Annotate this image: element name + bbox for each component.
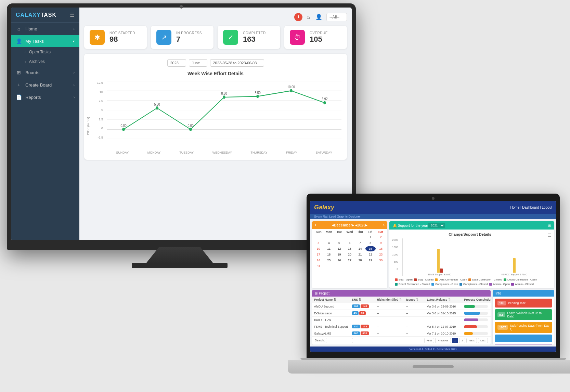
- bar-group-eims: [437, 245, 443, 273]
- cal-day-29[interactable]: 29: [365, 258, 375, 263]
- row-empty: [371, 330, 375, 337]
- support-grid-icon[interactable]: ⊞: [548, 224, 551, 227]
- bar-label-ksrdc: KSRDC-Support & AMC: [502, 273, 527, 276]
- top-bar: 1 ⌂ 👤 --All--: [84, 12, 347, 22]
- x-fri: FRIDAY: [286, 151, 297, 154]
- progress-fill: [464, 318, 478, 321]
- sidebar-item-archives[interactable]: Archives: [11, 57, 79, 66]
- cal-day-30[interactable]: 30: [376, 258, 386, 263]
- row-empty3: [458, 330, 462, 337]
- cal-day-13[interactable]: 13: [345, 246, 354, 251]
- cal-prev[interactable]: ‹: [315, 223, 316, 227]
- legend-label-complaints-closed: Complaints - Closed: [463, 283, 488, 286]
- x-sun: SUNDAY: [116, 151, 129, 154]
- cal-day-7[interactable]: 7: [355, 240, 365, 246]
- sidebar-item-create-board[interactable]: + Create Board ›: [11, 79, 79, 91]
- notification-count: 1: [298, 15, 300, 19]
- cal-day-25[interactable]: 25: [324, 258, 334, 263]
- cal-day-27[interactable]: 27: [345, 258, 354, 263]
- range-select[interactable]: 2023-05-28 to 2023-06-03: [210, 59, 264, 67]
- info-card-task-days: 1867 Task Pending Days (From Day 1): [495, 322, 552, 333]
- cal-day-2[interactable]: 2: [376, 234, 386, 240]
- cal-day-17[interactable]: 17: [313, 252, 323, 257]
- x-tue: TUESDAY: [179, 151, 194, 154]
- project-table: Project Name ⇅ SRS ⇅ Risks Identified ⇅ …: [312, 297, 491, 336]
- search-input[interactable]: [326, 338, 353, 343]
- cal-day-5[interactable]: 5: [334, 240, 344, 246]
- cal-day-28[interactable]: 28: [355, 258, 365, 263]
- cal-next[interactable]: ›: [383, 223, 385, 227]
- cal-day-empty: [355, 234, 365, 240]
- year-select[interactable]: 2023: [167, 59, 186, 67]
- hamburger-icon[interactable]: ☰: [70, 12, 75, 18]
- badge-srs-b: 65: [359, 311, 366, 315]
- stat-card-not-started: ✱ NOT STARTED 98: [84, 26, 147, 49]
- row-progress: [462, 303, 491, 310]
- laptop-camera: [432, 197, 435, 200]
- leave-badge: 8.5: [497, 312, 505, 317]
- boards-arrow: ›: [74, 71, 75, 75]
- sidebar-item-reports[interactable]: 📄 Reports ›: [11, 91, 79, 103]
- overdue-info: OVERDUE 105: [310, 31, 341, 44]
- legend-dc-open: Data Correction - Open: [435, 278, 467, 281]
- row-empty2: [421, 303, 425, 310]
- row-empty2: [421, 323, 425, 330]
- all-filter-select[interactable]: --All--: [326, 13, 347, 21]
- cal-day-31[interactable]: 31: [313, 263, 323, 269]
- sidebar-item-home[interactable]: ⌂ Home ›: [11, 23, 79, 35]
- page-last-btn[interactable]: Last: [478, 338, 488, 343]
- completed-icon: ✓: [223, 30, 238, 45]
- row-progress: [462, 310, 491, 317]
- support-menu-icon[interactable]: ☰: [548, 233, 552, 238]
- cal-day-1[interactable]: 1: [365, 234, 375, 240]
- bar-eims-2: [440, 269, 443, 273]
- y-label-0: 0: [101, 127, 103, 130]
- cal-day-4[interactable]: 4: [324, 240, 334, 246]
- progress-fill: [464, 312, 480, 315]
- cal-day-22[interactable]: 22: [365, 252, 375, 257]
- cal-day-26[interactable]: 26: [334, 258, 344, 263]
- page-prev-btn[interactable]: Previous: [435, 338, 451, 343]
- legend-label-admin-open: Admin - Open: [493, 283, 510, 286]
- svg-text:8.30: 8.30: [221, 91, 227, 95]
- notification-button[interactable]: 1: [294, 13, 302, 21]
- page-2-btn[interactable]: 2: [459, 338, 465, 343]
- progress-bar: [464, 325, 488, 328]
- page-next-btn[interactable]: Next: [466, 338, 477, 343]
- cal-day-8[interactable]: 8: [365, 240, 375, 246]
- cal-day-3[interactable]: 3: [313, 240, 323, 246]
- cal-day-20[interactable]: 20: [345, 252, 354, 257]
- page-1-btn[interactable]: 1: [452, 338, 458, 343]
- cal-day-6[interactable]: 6: [345, 240, 354, 246]
- legend-label-doubt-closed: Doubt Clearance - Closed: [399, 283, 430, 286]
- month-select[interactable]: June: [189, 59, 207, 67]
- home-top-icon[interactable]: ⌂: [305, 13, 311, 22]
- sidebar-item-open-tasks[interactable]: Open Tasks: [11, 47, 79, 57]
- cal-day-empty: [313, 234, 323, 240]
- user-top-icon[interactable]: 👤: [314, 12, 324, 22]
- cal-day-19[interactable]: 19: [334, 252, 344, 257]
- cal-day-24[interactable]: 24: [313, 258, 323, 263]
- cal-day-14[interactable]: 14: [355, 246, 365, 251]
- laptop-bottom: [288, 360, 570, 374]
- cal-day-16[interactable]: 16: [376, 246, 386, 251]
- cal-day-18[interactable]: 18: [324, 252, 334, 257]
- app-logo: GALAXYTASK: [16, 12, 56, 18]
- page-first-btn[interactable]: First: [424, 338, 435, 343]
- x-axis: SUNDAY MONDAY TUESDAY WEDNESDAY THURSDAY…: [90, 151, 341, 154]
- legend-dot-doubt-closed: [395, 283, 398, 286]
- row-empty: [371, 317, 375, 323]
- ch-tue: Tue: [334, 230, 345, 234]
- cal-day-21[interactable]: 21: [355, 252, 365, 257]
- sidebar-item-boards[interactable]: ⊞ Boards ›: [11, 66, 79, 79]
- cal-day-10[interactable]: 10: [313, 246, 323, 251]
- cal-day-12[interactable]: 12: [334, 246, 344, 251]
- cal-day-11[interactable]: 11: [324, 246, 334, 251]
- cal-day-9[interactable]: 9: [376, 240, 386, 246]
- sidebar-item-my-tasks[interactable]: 👤 My Tasks ▾: [11, 35, 79, 47]
- laptop-footer: Version 8.1, Dated 11 September 2021: [310, 347, 556, 352]
- project-header: ⊞ Project: [312, 290, 491, 297]
- support-year-select[interactable]: 2021: [428, 223, 445, 228]
- cal-day-15-today[interactable]: 15: [365, 246, 375, 251]
- cal-day-23[interactable]: 23: [376, 252, 386, 257]
